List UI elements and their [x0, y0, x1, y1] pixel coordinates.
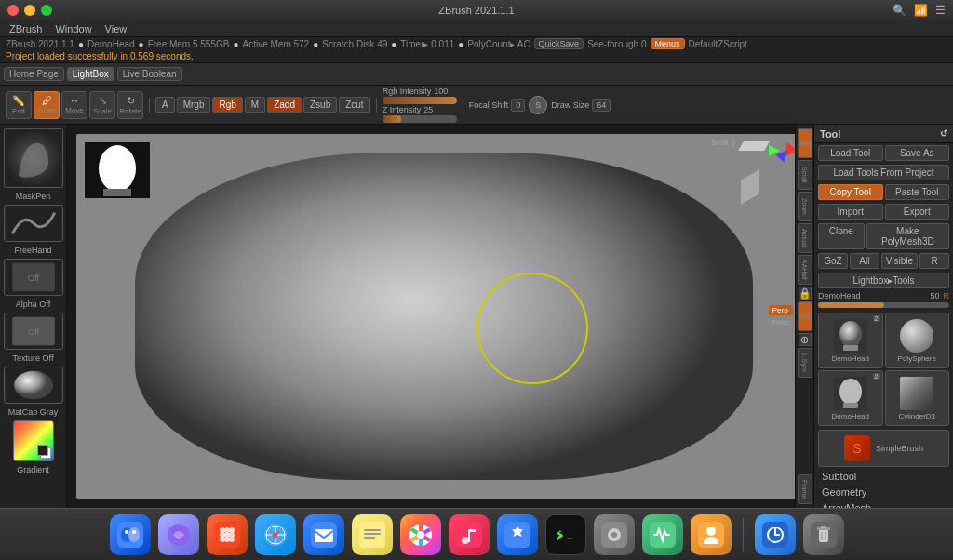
dock-notes-icon[interactable]	[352, 514, 393, 555]
dock-mail-icon[interactable]	[303, 514, 344, 555]
a-button[interactable]: A	[155, 97, 175, 113]
freehand-brush-preview[interactable]	[4, 205, 63, 242]
dock-terminal-icon[interactable]: $ _	[545, 514, 586, 555]
nav-cube[interactable]	[741, 141, 797, 193]
draw-button[interactable]: 🖊 Draw	[34, 91, 60, 119]
window-menu[interactable]: Window	[49, 22, 97, 35]
aahalf-button[interactable]: AAHalf	[798, 255, 812, 285]
move-button[interactable]: ↔ Move	[61, 91, 87, 119]
dock-photos-icon[interactable]	[400, 514, 441, 555]
perp-button[interactable]: Perp	[769, 305, 793, 315]
visible-button[interactable]: Visible	[881, 253, 918, 269]
lightbox-tab[interactable]: LightBox	[67, 67, 114, 81]
r-button[interactable]: R	[919, 253, 949, 269]
dock-finder-icon[interactable]	[110, 514, 151, 555]
svg-point-14	[839, 321, 862, 347]
right-panel: Tool ↺ Load Tool Save As Load Tools From…	[813, 125, 953, 508]
rgb-button[interactable]: Rgb	[212, 97, 242, 113]
dock-recents-icon[interactable]	[755, 514, 796, 555]
demohead-tool-thumb[interactable]: DemoHead 2	[818, 313, 883, 368]
draw-size-value[interactable]: 64	[592, 99, 611, 112]
tool-thumbnail-grid: DemoHead 2 PolySphere DemoHead 2	[814, 309, 953, 430]
load-tool-button[interactable]: Load Tool	[818, 145, 883, 161]
dock-music-icon[interactable]	[449, 514, 490, 555]
actual-button[interactable]: Actual	[798, 223, 812, 253]
make-polymesh-button[interactable]: Make PolyMesh3D	[866, 223, 949, 249]
load-tools-from-project-button[interactable]: Load Tools From Project	[818, 165, 949, 180]
dock-safari-icon[interactable]	[255, 514, 296, 555]
save-as-button[interactable]: Save As	[885, 145, 950, 161]
subtool-item[interactable]: Subtool	[814, 469, 953, 485]
color-picker[interactable]	[13, 420, 54, 461]
bpr-button[interactable]: BPR	[798, 128, 812, 158]
arraymesh-item[interactable]: ArrayMesh	[814, 500, 953, 508]
brush-name-label: MaskPen	[16, 192, 51, 201]
all-button[interactable]: All	[850, 253, 879, 269]
quicksave-button[interactable]: QuickSave	[534, 38, 584, 49]
zadd-button[interactable]: Zadd	[267, 97, 302, 113]
import-button[interactable]: Import	[818, 204, 883, 220]
xyz-button[interactable]: XYZ	[798, 301, 812, 331]
edit-button[interactable]: ✏️ Edit	[6, 91, 32, 119]
live-boolean-tab[interactable]: Live Boolean	[117, 67, 182, 81]
dock-people-icon[interactable]	[691, 514, 732, 555]
scale-button[interactable]: ⤡ Scale	[89, 91, 115, 119]
s-button[interactable]: S	[529, 96, 547, 114]
dock-system-prefs-icon[interactable]	[594, 514, 635, 555]
zoom-button[interactable]: Zoom	[798, 192, 812, 221]
z-intensity-slider[interactable]	[383, 115, 457, 123]
minimize-button[interactable]	[24, 5, 35, 16]
texture-label: Texture Off	[13, 353, 54, 363]
tool-reset-icon[interactable]: ↺	[940, 128, 947, 139]
canvas-area[interactable]: SPix 3 BPR Scroll Zoom Actual AAHalf 🔒 X…	[67, 125, 813, 508]
edit-draw-group: ✏️ Edit 🖊 Draw ↔ Move ⤡ Scale ↻ Rotate	[6, 91, 143, 119]
home-page-tab[interactable]: Home Page	[4, 67, 64, 81]
zcut-button[interactable]: Zcut	[339, 97, 369, 113]
lightbox-tools-button[interactable]: Lightbox▸Tools	[818, 273, 949, 288]
demohead-slider-track[interactable]	[814, 301, 953, 309]
paste-tool-button[interactable]: Paste Tool	[885, 184, 950, 200]
floor-button[interactable]: Floor	[769, 317, 793, 327]
rgb-intensity-slider[interactable]	[383, 97, 457, 104]
search-icon[interactable]: 🔍	[893, 4, 906, 17]
maximize-button[interactable]	[41, 5, 52, 16]
focal-shift-value[interactable]: 0	[511, 99, 525, 112]
version-label: ZBrush 2021.1.1	[6, 39, 74, 49]
symmetry-icon[interactable]: ⊕	[799, 333, 812, 346]
rotate-button[interactable]: ↻ Rotate	[117, 91, 143, 119]
m-button[interactable]: M	[245, 97, 265, 113]
geometry-item[interactable]: Geometry	[814, 485, 953, 500]
matcap-preview[interactable]	[4, 367, 63, 404]
brush-preview[interactable]	[4, 128, 63, 188]
lsym-button[interactable]: L.Sym	[798, 348, 812, 378]
clone-button[interactable]: Clone	[818, 223, 865, 249]
viewport[interactable]: SPix 3	[76, 134, 804, 499]
polysphere-tool-thumb[interactable]: PolySphere	[885, 313, 950, 368]
app-menu[interactable]: ZBrush	[4, 22, 47, 35]
goz-button[interactable]: GoZ	[818, 253, 848, 269]
svg-rect-66	[821, 526, 826, 528]
dock-siri-icon[interactable]	[158, 514, 199, 555]
menu-icon[interactable]: ☰	[935, 4, 946, 17]
mrgb-button[interactable]: Mrgb	[177, 97, 211, 113]
demohead2-tool-thumb[interactable]: DemoHead 2	[818, 370, 883, 426]
frame-button[interactable]: Frame	[798, 474, 812, 504]
export-button[interactable]: Export	[885, 204, 950, 220]
dock-fitness-icon[interactable]	[642, 514, 683, 555]
view-menu[interactable]: View	[100, 22, 133, 35]
dock-launchpad-icon[interactable]	[207, 514, 248, 555]
texture-preview[interactable]: Off	[4, 313, 63, 350]
menus-button[interactable]: Menus	[651, 38, 685, 49]
scroll-button[interactable]: Scroll	[798, 160, 812, 190]
cylinder-tool-thumb[interactable]: CylinderD3	[885, 370, 950, 426]
svg-rect-18	[843, 403, 858, 408]
dock-trash-icon[interactable]	[803, 514, 844, 555]
zsub-button[interactable]: Zsub	[303, 97, 337, 113]
dock-appstore-icon[interactable]	[497, 514, 538, 555]
close-button[interactable]	[7, 5, 19, 16]
simplebrush-tool-thumb[interactable]: S SimpleBrush	[818, 430, 949, 467]
lock-icon[interactable]: 🔒	[799, 287, 812, 300]
copy-tool-button[interactable]: Copy Tool	[818, 184, 883, 200]
alpha-preview[interactable]: Off	[4, 259, 63, 296]
svg-rect-15	[843, 345, 858, 351]
